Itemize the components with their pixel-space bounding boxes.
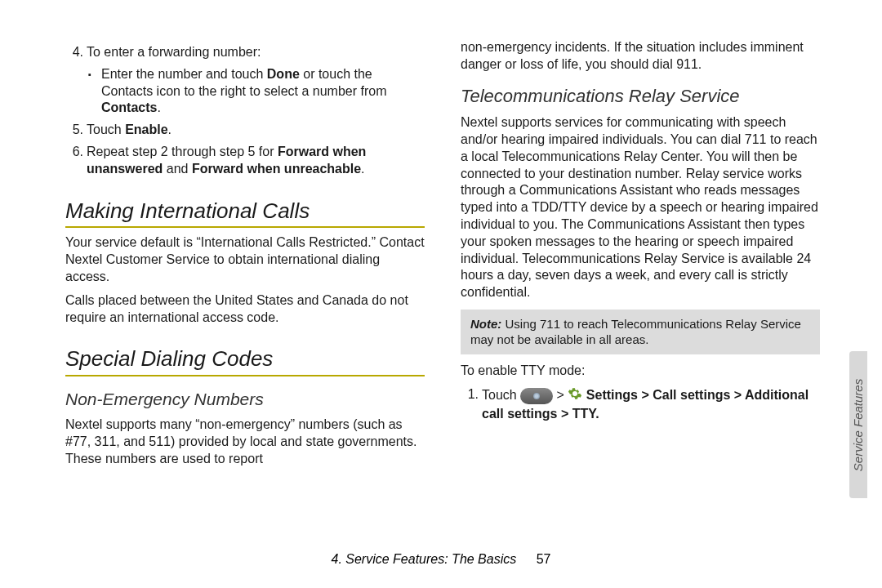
footer-page-number: 57 [537,552,551,566]
bold-contacts: Contacts [101,100,157,114]
step-5: 5. Touch Enable. [87,122,425,139]
text: Touch [482,388,520,402]
footer-chapter: 4. Service Features: The Basics [331,552,516,566]
note-label: Note: [470,317,501,331]
heading-non-emergency: Non-Emergency Numbers [65,388,425,410]
list-number: 5. [65,122,83,139]
heading-special-dialing: Special Dialing Codes [65,345,425,376]
tty-step-1: 1. Touch > Settings > Call settings > Ad… [482,386,820,423]
gear-icon [568,386,582,406]
bold-fwd-unreachable: Forward when unreachable [192,162,361,176]
intl-para-1: Your service default is “International C… [65,234,425,285]
section-tab: Service Features [849,351,867,498]
step-4: 4. To enter a forwarding number: [87,44,425,61]
page-content: 4. To enter a forwarding number: Enter t… [0,0,882,539]
text: Repeat step 2 through step 5 for [87,145,278,158]
text: Touch [87,122,125,136]
note-box: Note: Using 711 to reach Telecommunicati… [461,310,820,354]
list-number: 6. [65,144,83,161]
trs-para: Nextel supports services for communicati… [461,114,820,301]
text: . [157,100,160,114]
bold-enable: Enable [125,122,167,136]
step-4-text: To enter a forwarding number: [87,45,261,59]
intl-para-2: Calls placed between the United States a… [65,292,425,327]
list-number: 4. [65,44,83,61]
text: Enter the number and touch [101,67,267,81]
note-text: Using 711 to reach Telecommunications Re… [470,317,801,347]
heading-international-calls: Making International Calls [65,198,425,229]
bold-done: Done [267,67,300,81]
text: . [168,122,172,136]
left-column: 4. To enter a forwarding number: Enter t… [65,39,425,539]
right-column: non-emergency incidents. If the situatio… [461,39,820,539]
tty-intro: To enable TTY mode: [461,363,820,380]
list-number: 1. [461,386,479,403]
step-4-bullet: Enter the number and touch Done or touch… [101,66,425,117]
non-emergency-para: Nextel supports many “non-emergency” num… [65,416,425,467]
text: and [163,162,192,176]
text: > [557,388,568,402]
section-tab-label: Service Features [852,378,866,470]
app-launcher-icon [520,388,553,404]
page-footer: 4. Service Features: The Basics 57 [0,552,882,567]
text: . [361,162,364,176]
non-emergency-continued: non-emergency incidents. If the situatio… [461,39,820,74]
step-6: 6. Repeat step 2 through step 5 for Forw… [87,144,425,178]
heading-trs: Telecommunications Relay Service [461,85,820,109]
